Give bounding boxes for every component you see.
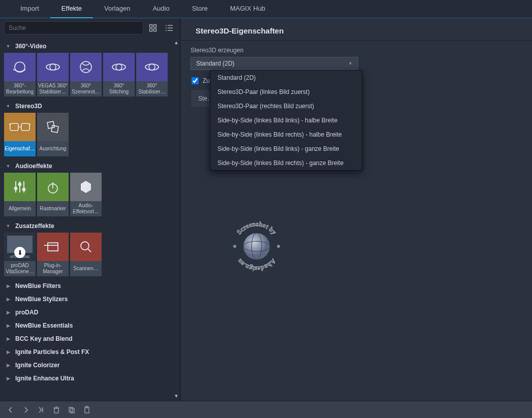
tab-effekte[interactable]: Effekte	[50, 0, 93, 18]
tile-label: Allgemein	[4, 201, 36, 216]
category-newblue-stylizers[interactable]: ▶NewBlue Stylizers	[3, 293, 177, 306]
category-prodad[interactable]: ▶proDAD	[3, 306, 177, 319]
category-audioeffekte[interactable]: ▼ Audioeffekte	[3, 159, 177, 173]
jump-icon[interactable]	[35, 404, 48, 416]
tile-label: Eigenschaf…	[4, 141, 36, 156]
category-newblue-filters[interactable]: ▶NewBlue Filters	[3, 279, 177, 293]
tile-360-stitching[interactable]: 360° Stitching	[103, 53, 135, 97]
tab-audio[interactable]: Audio	[141, 0, 180, 18]
chevron-down-icon: ▼	[348, 61, 353, 66]
tile-360-bearbeitung[interactable]: 360°-Bearbeitung	[4, 53, 36, 97]
tile-label: Scannen…	[70, 261, 102, 276]
chevron-right-icon: ▶	[5, 336, 11, 341]
tile-label: Rastmarker	[37, 201, 69, 216]
category-bcc-key-blend[interactable]: ▶BCC Key and Blend	[3, 332, 177, 345]
option-pair-left-first[interactable]: Stereo3D-Paar (linkes Bild zuerst)	[210, 85, 362, 99]
svg-rect-3	[154, 29, 157, 31]
svg-point-13	[80, 61, 91, 73]
tile-360-stab2[interactable]: 360° Stabilisier…	[136, 53, 168, 97]
category-label: NewBlue Stylizers	[15, 296, 68, 303]
svg-rect-46	[54, 408, 58, 413]
panel-title: Stereo3D-Eigenschaften	[180, 18, 532, 41]
svg-rect-21	[51, 125, 58, 133]
tab-store[interactable]: Store	[181, 0, 219, 18]
svg-point-12	[46, 64, 59, 70]
svg-point-39	[243, 241, 270, 251]
svg-point-14	[116, 64, 122, 70]
svg-point-42	[277, 245, 280, 248]
search-input[interactable]	[4, 21, 143, 35]
chevron-down-icon: ▼	[5, 104, 11, 109]
svg-rect-2	[150, 29, 152, 31]
svg-point-27	[23, 188, 25, 191]
tile-scannen[interactable]: Scannen…	[70, 233, 102, 276]
tile-ausrichtung[interactable]: Ausrichtung	[37, 113, 69, 156]
category-ignite-colorizer[interactable]: ▶Ignite Colorizer	[3, 359, 177, 372]
trash-icon[interactable]	[50, 404, 63, 416]
tile-allgemein[interactable]: Allgemein	[4, 173, 36, 216]
option-pair-right-first[interactable]: Stereo3D-Paar (rechtes Bild zuerst)	[210, 99, 362, 113]
scroll-down-icon[interactable]: ▼	[174, 393, 179, 399]
dropdown-value: Standard (2D)	[196, 60, 234, 67]
category-label: proDAD	[15, 309, 38, 316]
stereo3d-mode-dropdown[interactable]: Standard (2D) ▼	[191, 57, 358, 70]
tile-label: proDAD VitaScene…	[4, 261, 36, 276]
category-ignite-particles[interactable]: ▶Ignite Particles & Post FX	[3, 345, 177, 359]
forward-icon[interactable]	[19, 404, 33, 416]
category-ignite-enhance[interactable]: ▶Ignite Enhance Ultra	[3, 372, 177, 385]
tile-label: 360°-Bearbeitung	[4, 81, 36, 97]
svg-rect-1	[154, 25, 157, 27]
tile-prodad-vitascene[interactable]: VITASCENE ⬇ proDAD VitaScene…	[4, 233, 36, 276]
effects-browser: ▲ ▼ 360°-Video 360°-Bearbeitung VEGAS	[0, 18, 180, 401]
chevron-down-icon: ▼	[5, 164, 11, 169]
svg-point-17	[145, 64, 159, 70]
tile-plugin-manager[interactable]: Plug-in-Manager	[37, 233, 69, 276]
paste-icon[interactable]	[80, 404, 93, 416]
tab-magix-hub[interactable]: MAGIX Hub	[219, 0, 276, 18]
tab-import[interactable]: Import	[9, 0, 50, 18]
option-sbs-right-full[interactable]: Side-by-Side (linkes Bild rechts) - ganz…	[210, 156, 362, 170]
category-label: Ignite Colorizer	[15, 362, 59, 369]
grid-view-icon[interactable]	[146, 21, 160, 35]
category-label: Ignite Enhance Ultra	[15, 375, 74, 382]
tile-vegas-360-stab[interactable]: VEGAS 360° Stabilisier…	[37, 53, 69, 97]
option-sbs-left-full[interactable]: Side-by-Side (linkes Bild links) - ganze…	[210, 142, 362, 156]
category-zusatzeffekte[interactable]: ▼ Zusatzeffekte	[3, 219, 177, 233]
svg-rect-20	[47, 121, 54, 128]
tile-label: 360° Stabilisier…	[136, 81, 168, 97]
field-label-erzeugen: Stereo3D erzeugen	[191, 47, 522, 54]
option-sbs-left-half[interactable]: Side-by-Side (linkes Bild links) - halbe…	[210, 113, 362, 127]
svg-point-26	[19, 183, 21, 186]
option-sbs-right-half[interactable]: Side-by-Side (linkes Bild rechts) - halb…	[210, 127, 362, 142]
chevron-right-icon: ▶	[5, 363, 11, 368]
chevron-right-icon: ▶	[5, 283, 11, 288]
svg-point-7	[166, 25, 167, 26]
tile-label: VEGAS 360° Stabilisier…	[37, 81, 69, 97]
svg-point-40	[252, 233, 262, 260]
back-icon[interactable]	[4, 404, 17, 416]
copy-icon[interactable]	[65, 404, 78, 416]
scroll-up-icon[interactable]: ▲	[174, 40, 179, 45]
svg-text:Screenshot by: Screenshot by	[235, 220, 278, 236]
tile-label: 360° Szenenrot…	[70, 81, 102, 97]
tile-eigenschaften[interactable]: Eigenschaf…	[4, 113, 36, 156]
chevron-right-icon: ▶	[5, 297, 11, 302]
category-label: 360°-Video	[15, 43, 46, 50]
category-newblue-essentials[interactable]: ▶NewBlue Essentials	[3, 319, 177, 332]
tile-rastmarker[interactable]: Rastmarker	[37, 173, 69, 216]
svg-point-41	[233, 245, 236, 248]
svg-point-25	[15, 187, 17, 190]
category-stereo3d[interactable]: ▼ Stereo3D	[3, 100, 177, 113]
tab-vorlagen[interactable]: Vorlagen	[93, 0, 141, 18]
category-label: Audioeffekte	[15, 163, 52, 170]
svg-rect-34	[48, 243, 58, 251]
tile-audio-effektvorl[interactable]: Audio-Effektvorl…	[70, 173, 102, 216]
tile-360-szenenrot[interactable]: 360° Szenenrot…	[70, 53, 102, 97]
category-360-video[interactable]: ▼ 360°-Video	[3, 40, 177, 53]
download-icon: ⬇	[14, 247, 25, 258]
svg-point-36	[81, 242, 89, 250]
effects-tree[interactable]: ▲ ▼ 360°-Video 360°-Bearbeitung VEGAS	[0, 38, 180, 401]
list-view-icon[interactable]	[163, 21, 176, 35]
option-standard-2d[interactable]: Standard (2D)	[210, 71, 362, 85]
checkbox-zu[interactable]	[192, 77, 199, 84]
